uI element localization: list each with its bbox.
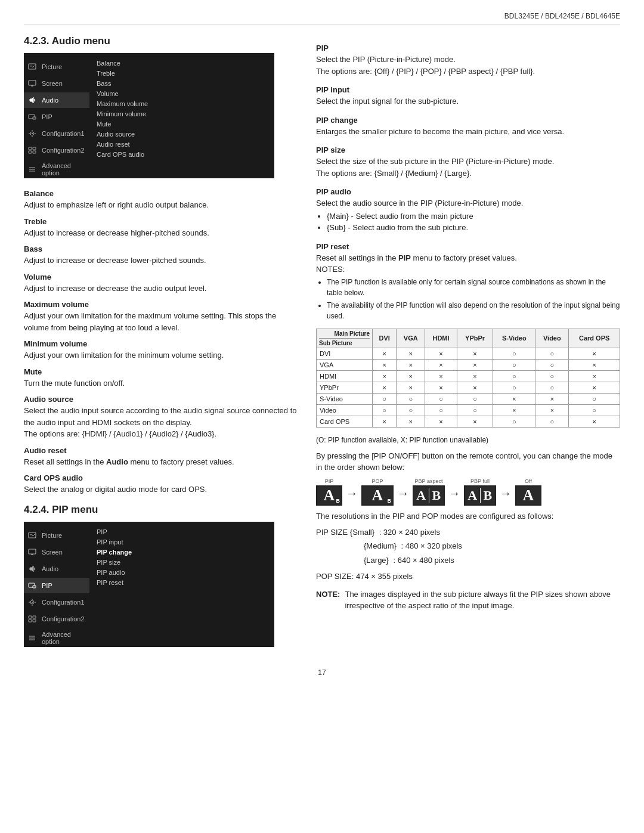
- treble-body: Adjust to increase or decrease higher-pi…: [24, 227, 298, 239]
- config2-icon: [27, 145, 37, 155]
- diagram-intro: By pressing the [PIP ON/OFF] button on t…: [316, 450, 620, 473]
- sidebar-label-screen: Screen: [42, 80, 63, 87]
- sidebar-item-picture: Picture: [24, 59, 89, 75]
- pip-picture-icon: [27, 531, 37, 540]
- diagram-pop-box: A B: [361, 485, 394, 506]
- diagram-pip-col: PIP A B: [316, 478, 342, 506]
- sidebar-label-config1: Configuration1: [42, 130, 85, 137]
- bass-body: Adjust to increase or decrease lower-pit…: [24, 255, 298, 267]
- sidebar-label-pip: PIP: [42, 113, 52, 120]
- table-row-hdmi: HDMI ××××○○×: [317, 370, 620, 382]
- pip-note-block: NOTE: The images displayed in the sub pi…: [316, 589, 620, 612]
- menu-content-volume: Volume: [97, 89, 267, 98]
- pip-note-1: The PIP function is available only for c…: [327, 277, 620, 298]
- arrow-4: →: [500, 487, 512, 500]
- pip-reset-title: PIP reset: [316, 242, 620, 251]
- diagram-off-label: Off: [525, 478, 532, 484]
- diagram-pip-box: A B: [316, 485, 342, 506]
- volume-body: Adjust to increase or decrease the audio…: [24, 283, 298, 295]
- pip-compatibility-table: Main Picture Sub Picture DVI VGA HDMI YP…: [316, 329, 620, 428]
- bass-title: Bass: [24, 244, 298, 253]
- header-title: BDL3245E / BDL4245E / BDL4645E: [504, 12, 620, 20]
- screen-icon: [27, 79, 37, 88]
- pip-screen-icon: [27, 547, 37, 557]
- page-container: BDL3245E / BDL4245E / BDL4645E 4.2.3. Au…: [0, 0, 644, 701]
- pip-notes: The PIP function is available only for c…: [316, 277, 620, 321]
- diagram-pbpfull-col: PBP full A B: [464, 478, 496, 506]
- pip-size-medium-value: : 480 × 320 pixels: [399, 539, 462, 553]
- header-bar: BDL3245E / BDL4245E / BDL4645E: [24, 12, 620, 24]
- pip-content-audio: PIP audio: [97, 568, 267, 577]
- pip-input-body: Select the input signal for the sub-pict…: [316, 95, 620, 107]
- svg-line-3: [33, 66, 35, 67]
- maxvol-title: Maximum volume: [24, 300, 298, 309]
- svg-rect-39: [29, 616, 32, 618]
- pip-sidebar-screen: Screen: [24, 544, 89, 560]
- pip-size-medium-label: {Medium}: [364, 539, 397, 553]
- pip-sidebar-pip-label: PIP: [42, 582, 52, 589]
- menu-content-balance: Balance: [97, 59, 267, 67]
- advanced-icon: [27, 165, 37, 174]
- right-column: PIP Select the PIP (Picture-in-Picture) …: [316, 35, 620, 658]
- pip-size-large-value: : 640 × 480 pixels: [391, 553, 454, 567]
- svg-rect-27: [29, 549, 36, 554]
- svg-line-2: [31, 66, 33, 67]
- svg-marker-30: [30, 566, 33, 572]
- sidebar-item-pip: PIP: [24, 109, 89, 125]
- pip-size-block: PIP SIZE {Small} : 320 × 240 pixels {Med…: [316, 525, 620, 584]
- sidebar-label-picture: Picture: [42, 63, 62, 70]
- minvol-body: Adjust your own limitation for the minim…: [24, 349, 298, 361]
- pip-sidebar-picture-label: Picture: [42, 532, 62, 539]
- sidebar-item-audio: Audio: [24, 92, 89, 108]
- audio-menu-content: Balance Treble Bass Volume Maximum volum…: [89, 53, 274, 178]
- diagram-pbpaspect-col: PBP aspect A B: [413, 478, 445, 506]
- pip-menu-content: PIP PIP input PIP change PIP size PIP au…: [89, 522, 274, 647]
- audioreset-title: Audio reset: [24, 446, 298, 455]
- svg-line-26: [33, 534, 35, 536]
- size-intro: The resolutions in the PIP and POP modes…: [316, 510, 620, 522]
- config1-icon: [27, 129, 37, 138]
- sidebar-item-screen: Screen: [24, 76, 89, 91]
- mute-body: Turn the mute function on/off.: [24, 377, 298, 389]
- pip-advanced-icon: [27, 633, 37, 643]
- pip-sidebar-screen-label: Screen: [42, 549, 63, 556]
- main-content: 4.2.3. Audio menu Picture: [24, 35, 620, 658]
- pip-sidebar-pip: PIP: [24, 578, 89, 593]
- pip-content-pip: PIP: [97, 528, 267, 536]
- svg-rect-9: [33, 117, 36, 119]
- pip-pip-icon: [27, 581, 37, 590]
- pip-note-2: The availability of the PIP function wil…: [327, 300, 620, 321]
- minvol-title: Minimum volume: [24, 339, 298, 348]
- audioreset-body: Reset all settings in the Audio menu to …: [24, 456, 298, 468]
- pip-config2-icon: [27, 614, 37, 624]
- pip-title: PIP: [316, 44, 620, 52]
- pip-size-body: Select the size of the sub picture in th…: [316, 156, 620, 179]
- pip-menu-heading: 4.2.4. PIP menu: [24, 504, 298, 516]
- table-row-vga: VGA ××××○○×: [317, 359, 620, 370]
- pip-audio-bullet-main: {Main} - Select audio from the main pict…: [327, 210, 620, 222]
- menu-content-audioreset: Audio reset: [97, 140, 267, 148]
- audio-menu-heading: 4.2.3. Audio menu: [24, 35, 298, 47]
- menu-content-cardops: Card OPS audio: [97, 150, 267, 159]
- mute-title: Mute: [24, 367, 298, 376]
- pip-sidebar-audio: Audio: [24, 561, 89, 577]
- pip-content-reset: PIP reset: [97, 578, 267, 587]
- pip-audio-icon: [27, 564, 37, 574]
- table-row-video: Video ○○○○××○: [317, 404, 620, 416]
- sidebar-label-audio: Audio: [42, 97, 58, 104]
- menu-content-bass: Bass: [97, 79, 267, 88]
- cardops-body: Select the analog or digital audio mode …: [24, 484, 298, 496]
- pip-sidebar-config2: Configuration2: [24, 611, 89, 627]
- pop-size: POP SIZE: 474 × 355 pixels: [316, 569, 620, 583]
- svg-rect-41: [29, 620, 32, 622]
- pip-config1-icon: [27, 597, 37, 607]
- balance-title: Balance: [24, 189, 298, 198]
- diagram-pop-label: POP: [371, 478, 383, 484]
- arrow-1: →: [346, 487, 358, 500]
- svg-rect-32: [33, 586, 36, 588]
- svg-rect-16: [29, 147, 32, 150]
- pip-audio-title: PIP audio: [316, 187, 620, 196]
- diagram-pop-col: POP A B: [361, 478, 394, 506]
- menu-content-minvol: Minimum volume: [97, 110, 267, 118]
- svg-rect-40: [33, 616, 36, 618]
